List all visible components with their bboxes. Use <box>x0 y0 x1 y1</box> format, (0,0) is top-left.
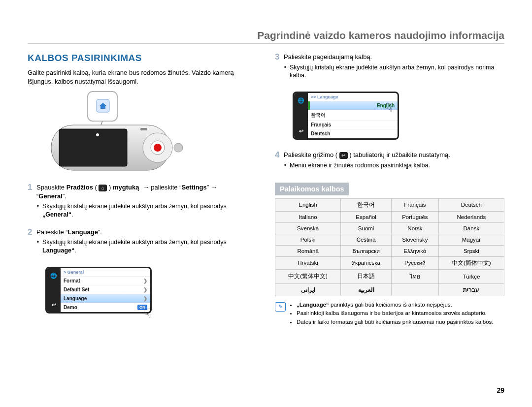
menu-row[interactable]: 한국어 <box>308 110 398 121</box>
menu-general-screenshot: 🌐 ↩ > General Format❯ Default Set❯ Langu… <box>36 264 152 319</box>
table-cell: Suomi <box>341 222 392 234</box>
note-bullet: „Language“ parinktys gali būti keičiamos… <box>297 301 493 309</box>
table-cell: Español <box>341 211 392 222</box>
text: ”. <box>63 192 66 200</box>
table-cell: Ελληνικά <box>392 245 439 256</box>
svg-point-7 <box>154 144 162 152</box>
text: palieskite “ <box>149 184 182 191</box>
text: Language <box>68 228 98 236</box>
menu-row[interactable]: DemoON <box>61 303 150 312</box>
text: Palieskite pageidaujamą kalbą. <box>284 53 372 61</box>
table-cell: Türkçe <box>438 269 504 283</box>
svg-point-8 <box>174 143 183 152</box>
section-title: KALBOS PASIRINKIMAS <box>28 53 257 63</box>
table-cell: Deutsch <box>438 198 504 211</box>
text: Settings <box>181 184 206 191</box>
camera-illustration <box>45 91 188 174</box>
text: ) tabuliatorių ir užbaikite nustatymą. <box>348 151 450 158</box>
text: mygtuką <box>113 184 139 191</box>
text: General <box>38 192 62 200</box>
menu-row[interactable]: Format❯ <box>61 277 150 285</box>
table-cell: Slovensky <box>392 234 439 245</box>
right-column: 3 Palieskite pageidaujamą kalbą. Skystųj… <box>275 53 504 327</box>
note-bullet: Pasirinktoji kalba išsaugoma ir be bater… <box>297 310 493 317</box>
text: Palieskite “ <box>36 228 68 236</box>
table-cell: Magyar <box>438 234 504 245</box>
supported-languages-heading: Palaikomos kalbos <box>275 183 349 195</box>
table-cell: 日本語 <box>341 269 392 283</box>
menu-header: >> Language <box>308 93 398 101</box>
page-header: Pagrindinė vaizdo kameros naudojimo info… <box>28 30 504 44</box>
step-number: 1 <box>28 183 36 224</box>
text: Spauskite <box>36 184 66 191</box>
menu-row[interactable]: Deutsch <box>308 129 398 138</box>
menu-row-selected[interactable]: English <box>308 101 398 110</box>
table-cell <box>392 283 439 296</box>
table-cell: Polski <box>275 234 341 245</box>
step-3: 3 Palieskite pageidaujamą kalbą. Skystųj… <box>275 53 504 85</box>
text: ( <box>93 184 99 191</box>
table-cell: עברית <box>438 283 504 296</box>
table-cell: Norsk <box>392 222 439 234</box>
table-cell: Română <box>275 245 341 256</box>
menu-language-screenshot: 🌐 ↩ >> Language English 한국어 Français Deu… <box>284 89 399 146</box>
chevron-right-icon: ❯ <box>143 287 147 292</box>
table-cell: Italiano <box>275 211 341 222</box>
table-cell: 한국어 <box>341 198 392 211</box>
menu-header: > General <box>61 268 150 277</box>
language-table: English한국어FrançaisDeutsch ItalianoEspaño… <box>275 198 504 296</box>
left-column: KALBOS PASIRINKIMAS Galite pasirinkti ka… <box>28 53 257 327</box>
arrow-icon: → <box>211 184 217 191</box>
note-icon: ✎ <box>275 302 286 312</box>
step-number: 3 <box>275 53 284 85</box>
bullet: Skystųjų kristalų ekrane judėkite aukšty… <box>42 202 257 219</box>
svg-rect-4 <box>59 129 127 166</box>
return-icon: ↩ <box>339 152 348 159</box>
table-cell: Українська <box>341 256 392 269</box>
text: ” <box>207 184 211 191</box>
table-cell: ไทย <box>392 269 439 283</box>
note-bullet: Datos ir laiko formatas gali būti keičia… <box>297 318 493 326</box>
table-cell: 中文(繁体中文) <box>275 269 341 283</box>
text: Pradžios <box>66 184 93 191</box>
intro-text: Galite pasirinkti kalbą, kuria ekrane bu… <box>28 68 257 86</box>
table-cell: Русский <box>392 256 439 269</box>
bullet: Skystųjų kristalų ekrane judėkite aukšty… <box>290 63 504 80</box>
table-cell: Português <box>392 211 439 222</box>
table-cell: Български <box>341 245 392 256</box>
svg-rect-9 <box>140 128 147 130</box>
table-cell: Svenska <box>275 222 341 234</box>
menu-row-selected[interactable]: Language❯ <box>61 294 150 303</box>
chevron-right-icon: ❯ <box>143 278 147 283</box>
table-cell: English <box>275 198 341 211</box>
step-number: 2 <box>28 228 36 260</box>
table-cell: Français <box>392 198 439 211</box>
step-1: 1 Spauskite Pradžios ( ⌂ ) mygtuką → pal… <box>28 183 257 224</box>
home-icon: ⌂ <box>99 185 107 191</box>
step-number: 4 <box>275 151 284 174</box>
arrow-icon: → <box>143 184 149 191</box>
table-cell: Dansk <box>438 222 504 234</box>
text: ”. <box>98 228 102 236</box>
on-badge: ON <box>137 305 147 310</box>
table-cell: ایرانی <box>275 283 341 296</box>
menu-row[interactable]: Français <box>308 121 398 129</box>
table-cell: Čeština <box>341 234 392 245</box>
globe-icon: 🌐 <box>297 96 305 105</box>
table-cell: Srpski <box>438 245 504 256</box>
bullet: Meniu ekrane ir žinutės rodomos pasirink… <box>290 161 504 170</box>
return-icon: ↩ <box>297 126 305 135</box>
step-4: 4 Palieskite grįžimo ( ↩ ) tabuliatorių … <box>275 151 504 174</box>
table-cell: Hrvatski <box>275 256 341 269</box>
return-icon: ↩ <box>49 300 58 309</box>
page-number: 29 <box>497 386 504 394</box>
table-cell: 中文(简体中文) <box>438 256 504 269</box>
chevron-right-icon: ❯ <box>143 296 147 301</box>
table-cell: Nederlands <box>438 211 504 222</box>
note-box: ✎ „Language“ parinktys gali būti keičiam… <box>275 301 504 327</box>
menu-row[interactable]: Default Set❯ <box>61 285 150 294</box>
table-cell: العربية <box>341 283 392 296</box>
svg-point-10 <box>96 133 99 136</box>
text: Palieskite grįžimo ( <box>284 151 339 158</box>
text: ) <box>107 184 113 191</box>
